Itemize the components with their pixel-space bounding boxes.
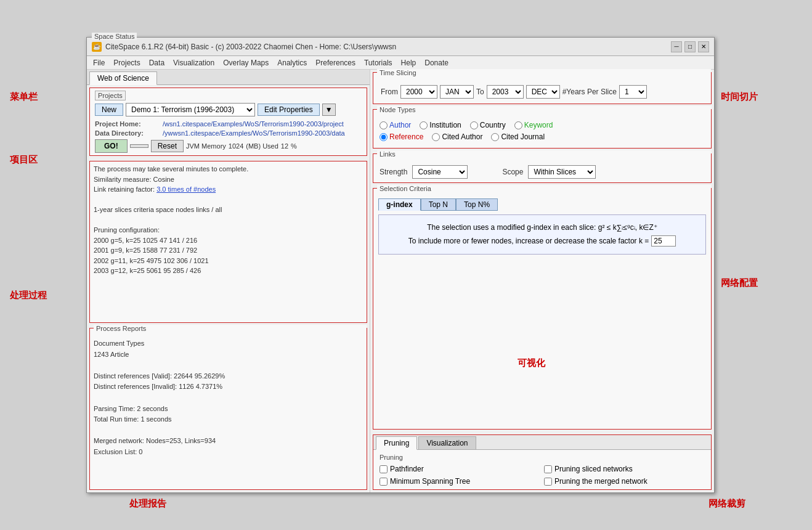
pruning-sliced-checkbox[interactable]: [544, 465, 552, 473]
reset-button[interactable]: Reset: [151, 140, 184, 152]
annotation-project-area: 项目区: [10, 154, 38, 166]
k-value-input[interactable]: [651, 235, 676, 247]
project-row: New Demo 1: Terrorism (1996-2003) Edit P…: [95, 103, 362, 116]
project-home-row: Project Home: /wsn1.citespace/Examples/W…: [95, 120, 362, 128]
scope-select[interactable]: Within Slices Overall: [528, 165, 596, 179]
jvm-pct: 12: [281, 142, 288, 150]
tab-top-n-pct[interactable]: Top N%: [456, 198, 498, 211]
right-panel: Time Slicing From 2000 JAN To 2003 DEC: [370, 70, 714, 492]
cited-author-label: Cited Author: [442, 132, 482, 141]
years-per-slice-label: #Years Per Slice: [562, 88, 617, 96]
links-section: Links Strength Cosine Pearson Jaccard Sc…: [373, 153, 712, 183]
strength-select[interactable]: Cosine Pearson Jaccard: [412, 165, 468, 179]
process-reports-content[interactable]: Document Types1243 Article Distinct refe…: [90, 336, 367, 489]
pruning-sliced-item[interactable]: Pruning sliced networks: [544, 465, 705, 473]
annotation-pruning: 网络裁剪: [708, 498, 745, 510]
cited-author-radio[interactable]: [432, 133, 440, 141]
scope-label: Scope: [502, 168, 523, 176]
project-home-label: Project Home:: [95, 120, 163, 128]
menubar-item-tutorials[interactable]: Tutorials: [360, 57, 396, 68]
reference-radio[interactable]: [380, 133, 388, 141]
author-radio-item[interactable]: Author: [380, 121, 411, 129]
keyword-radio[interactable]: [514, 121, 522, 129]
time-slicing-controls: From 2000 JAN To 2003 DEC #Years Per Sli…: [373, 80, 711, 104]
space-status-title: Space Status: [92, 33, 137, 40]
app-icon: ☕: [92, 42, 102, 52]
institution-label: Institution: [429, 121, 461, 129]
titlebar: ☕ CiteSpace 6.1.R2 (64-bit) Basic - (c) …: [87, 38, 714, 56]
menubar-item-data[interactable]: Data: [145, 57, 168, 68]
node-row-2: Reference Cited Author Cited Journal: [380, 132, 705, 141]
edit-properties-button[interactable]: Edit Properties: [258, 104, 320, 116]
menubar-item-file[interactable]: File: [89, 57, 108, 68]
main-content: Web of Science Projects New Demo 1: Terr…: [87, 70, 714, 492]
pathfinder-item[interactable]: Pathfinder: [380, 465, 540, 473]
menubar-item-donate[interactable]: Donate: [421, 57, 452, 68]
close-button[interactable]: ✕: [698, 41, 709, 52]
project-home-value: /wsn1.citespace/Examples/WoS/Terrorism19…: [163, 120, 344, 128]
selection-criteria-title: Selection Criteria: [377, 185, 711, 192]
country-label: Country: [480, 121, 506, 129]
reference-label: Reference: [389, 132, 423, 141]
from-year-select[interactable]: 2000: [400, 85, 437, 99]
tab-visualization[interactable]: Visualization: [418, 436, 476, 449]
to-month-select[interactable]: DEC: [526, 85, 560, 99]
country-radio[interactable]: [470, 121, 478, 129]
pathfinder-label: Pathfinder: [390, 465, 424, 473]
cited-journal-radio-item[interactable]: Cited Journal: [491, 132, 545, 141]
cited-journal-radio[interactable]: [491, 133, 499, 141]
project-select[interactable]: Demo 1: Terrorism (1996-2003): [126, 103, 255, 116]
menubar-item-help[interactable]: Help: [397, 57, 420, 68]
new-button[interactable]: New: [95, 104, 123, 116]
country-radio-item[interactable]: Country: [470, 121, 506, 129]
jvm-label: JVM Memory: [186, 142, 226, 150]
min-spanning-item[interactable]: Minimum Spanning Tree: [380, 477, 540, 486]
strength-label: Strength: [380, 168, 407, 176]
pathfinder-checkbox[interactable]: [380, 465, 388, 473]
selection-criteria-section: Selection Criteria g-index Top N Top N% …: [373, 188, 712, 430]
tab-web-of-science[interactable]: Web of Science: [89, 71, 157, 85]
years-per-slice-select[interactable]: 1: [619, 85, 647, 99]
projects-section: Projects New Demo 1: Terrorism (1996-200…: [89, 88, 367, 156]
pruning-grid: Pathfinder Pruning sliced networks Minim…: [380, 465, 705, 486]
time-slicing-section: Time Slicing From 2000 JAN To 2003 DEC: [373, 72, 712, 104]
titlebar-controls: ─ □ ✕: [671, 41, 709, 52]
cited-author-radio-item[interactable]: Cited Author: [432, 132, 482, 141]
minimize-button[interactable]: ─: [671, 41, 682, 52]
annotation-visualize: 可视化: [518, 357, 545, 369]
institution-radio[interactable]: [420, 121, 428, 129]
edit-dropdown[interactable]: ▼: [322, 104, 336, 116]
selection-tab-bar: g-index Top N Top N%: [378, 198, 706, 211]
tab-pruning[interactable]: Pruning: [376, 436, 417, 450]
tab-g-index[interactable]: g-index: [378, 198, 421, 211]
jvm-value: 1024: [229, 142, 243, 150]
pruning-merged-checkbox[interactable]: [544, 478, 552, 486]
menubar-item-visualization[interactable]: Visualization: [169, 57, 218, 68]
empty-btn[interactable]: [130, 144, 148, 148]
author-radio[interactable]: [380, 121, 388, 129]
tab-top-n[interactable]: Top N: [421, 198, 456, 211]
menubar-item-preferences[interactable]: Preferences: [312, 57, 359, 68]
menubar-item-projects[interactable]: Projects: [110, 57, 144, 68]
bottom-tab-bar: Pruning Visualization: [373, 435, 711, 450]
links-controls: Strength Cosine Pearson Jaccard Scope Wi…: [373, 161, 711, 182]
process-reports-section: Process Reports Document Types1243 Artic…: [89, 328, 367, 490]
go-button[interactable]: GO!: [95, 139, 128, 153]
to-label: To: [476, 88, 484, 96]
pruning-merged-item[interactable]: Pruning the merged network: [544, 477, 705, 486]
to-year-select[interactable]: 2003: [487, 85, 524, 99]
bottom-controls: GO! Reset JVM Memory 1024 (MB) Used 12 %: [95, 139, 362, 153]
menubar-item-analytics[interactable]: Analytics: [274, 57, 311, 68]
maximize-button[interactable]: □: [684, 41, 696, 52]
window-title: CiteSpace 6.1.R2 (64-bit) Basic - (c) 20…: [105, 43, 396, 51]
space-status-content[interactable]: The process may take several minutes to …: [90, 161, 367, 322]
min-spanning-checkbox[interactable]: [380, 478, 388, 486]
formula-line1: The selection uses a modified g-index in…: [389, 221, 696, 235]
pruning-merged-label: Pruning the merged network: [554, 477, 648, 486]
reference-radio-item[interactable]: Reference: [380, 132, 423, 141]
from-month-select[interactable]: JAN: [440, 85, 474, 99]
data-dir-value: /ywwsn1.citespace/Examples/WoS/Terrorism…: [163, 129, 345, 137]
institution-radio-item[interactable]: Institution: [420, 121, 461, 129]
keyword-radio-item[interactable]: Keyword: [514, 121, 553, 129]
menubar-item-overlay maps[interactable]: Overlay Maps: [219, 57, 272, 68]
